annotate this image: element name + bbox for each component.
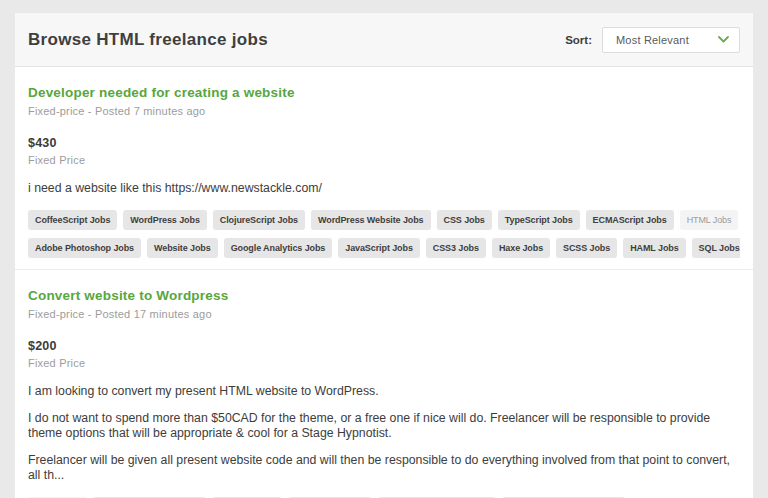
skill-tag-link[interactable]: CSS Jobs — [437, 210, 492, 230]
page-background: Browse HTML freelance jobs Sort: Most Re… — [0, 0, 768, 498]
job-skill-tags: CoffeeScript JobsWordPress JobsClojureSc… — [28, 210, 740, 258]
job-card: Convert website to Wordpress Fixed-price… — [15, 269, 753, 498]
sort-label: Sort: — [565, 34, 592, 46]
job-description-line: I do not want to spend more than $50CAD … — [28, 411, 740, 441]
job-price: $200 — [28, 339, 740, 353]
skill-tag-row: CoffeeScript JobsWordPress JobsClojureSc… — [28, 210, 740, 230]
sort-dropdown-value: Most Relevant — [616, 34, 689, 46]
page-title: Browse HTML freelance jobs — [28, 30, 268, 50]
skill-tag-link[interactable]: HAML Jobs — [623, 238, 685, 258]
job-title-link[interactable]: Developer needed for creating a website — [28, 85, 295, 100]
skill-tag-link[interactable]: WordPress Jobs — [123, 210, 206, 230]
job-list: Developer needed for creating a website … — [15, 67, 753, 498]
job-meta: Fixed-price - Posted 7 minutes ago — [28, 105, 740, 117]
skill-tag-link[interactable]: CSS3 Jobs — [426, 238, 486, 258]
skill-tag-link[interactable]: Google Analytics Jobs — [224, 238, 333, 258]
skill-tag-link[interactable]: SQL Jobs — [692, 238, 740, 258]
skill-tag-link[interactable]: Adobe Photoshop Jobs — [28, 238, 141, 258]
job-card: Developer needed for creating a website … — [15, 67, 753, 269]
chevron-down-icon — [718, 36, 729, 43]
job-title-link[interactable]: Convert website to Wordpress — [28, 288, 228, 303]
skill-tag-link[interactable]: Haxe Jobs — [492, 238, 550, 258]
skill-tag-link[interactable]: SCSS Jobs — [556, 238, 617, 258]
skill-tag-row: Adobe Photoshop JobsWebsite JobsGoogle A… — [28, 238, 740, 258]
job-price-type: Fixed Price — [28, 154, 740, 166]
job-description-line: i need a website like this https://www.n… — [28, 181, 740, 196]
job-description: I am looking to convert my present HTML … — [28, 384, 740, 483]
skill-tag-link[interactable]: CoffeeScript Jobs — [28, 210, 117, 230]
job-price: $430 — [28, 136, 740, 150]
skill-tag-link[interactable]: ClojureScript Jobs — [213, 210, 305, 230]
skill-tag-current: HTML Jobs — [680, 210, 739, 230]
content-panel: Browse HTML freelance jobs Sort: Most Re… — [15, 13, 753, 498]
skill-tag-link[interactable]: ECMAScript Jobs — [586, 210, 674, 230]
page-header: Browse HTML freelance jobs Sort: Most Re… — [15, 13, 753, 67]
skill-tag-link[interactable]: TypeScript Jobs — [498, 210, 580, 230]
skill-tag-link[interactable]: WordPress Website Jobs — [311, 210, 431, 230]
skill-tag-link[interactable]: Website Jobs — [147, 238, 218, 258]
job-price-type: Fixed Price — [28, 357, 740, 369]
job-description-line: Freelancer will be given all present web… — [28, 453, 740, 483]
job-meta: Fixed-price - Posted 17 minutes ago — [28, 308, 740, 320]
sort-control: Sort: Most Relevant — [565, 27, 740, 53]
sort-dropdown[interactable]: Most Relevant — [602, 27, 740, 53]
job-description: i need a website like this https://www.n… — [28, 181, 740, 196]
job-description-line: I am looking to convert my present HTML … — [28, 384, 740, 399]
skill-tag-link[interactable]: JavaScript Jobs — [338, 238, 420, 258]
